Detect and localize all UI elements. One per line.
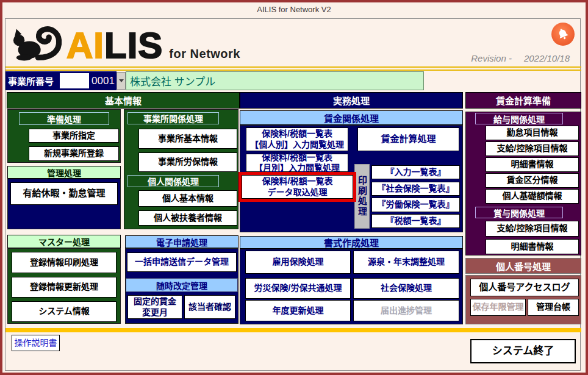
button-attendance-item-info[interactable]: 勤怠項目情報 xyxy=(486,126,579,140)
main-panel: AILIS for Network Revision - 2022/10/18 … xyxy=(5,18,581,371)
button-personal-dependent-info[interactable]: 個人被扶養者情報 xyxy=(138,210,237,226)
form-creation-header: 書式作成処理 xyxy=(240,236,463,249)
notification-bell-button[interactable] xyxy=(551,23,575,46)
button-employment-insurance[interactable]: 雇用保険処理 xyxy=(245,251,351,274)
application-window: AILIS for Network V2 AILIS for Network R… xyxy=(0,0,588,375)
master-header: マスター処理 xyxy=(7,235,121,248)
button-mynumber-access-log[interactable]: 個人番号アクセスログ xyxy=(470,279,579,296)
button-office-basic-info[interactable]: 事業所基本情報 xyxy=(138,129,237,149)
mynumber-header: 個人番号処理 xyxy=(465,258,581,274)
button-registered-info-print[interactable]: 登録情報印刷処理 xyxy=(12,252,117,273)
section-header-practice: 実務処理 xyxy=(240,92,463,109)
button-social-insurance[interactable]: 社会保険処理 xyxy=(353,278,459,299)
button-operation-manual[interactable]: 操作説明書 xyxy=(12,335,60,351)
logo: AILIS for Network xyxy=(9,20,240,65)
button-insurance-tax-list-personal[interactable]: 保険料/税額一覧表 【個人別】入力閲覧処理 xyxy=(246,127,348,151)
prep-group-label: 準備処理 xyxy=(19,112,109,125)
company-name-field: 株式会社 サンプル xyxy=(126,71,424,90)
window-title: AILIS for Network V2 xyxy=(2,5,586,14)
logo-suffix: for Network xyxy=(169,47,240,61)
highlight-box xyxy=(238,172,356,202)
button-insurance-tax-list-monthly[interactable]: 保険料/税額一覧表 【月別】入力閲覧処理 xyxy=(246,154,348,172)
office-number-value: 0001 xyxy=(90,71,116,90)
button-payment-deduction-item-info[interactable]: 支給/控除項目情報 xyxy=(486,141,579,156)
button-notification-progress-disabled: 届出進捗管理 xyxy=(353,300,459,321)
section-header-basic: 基本情報 xyxy=(7,92,240,109)
button-office-labor-insurance-info[interactable]: 事業所労保情報 xyxy=(138,152,237,172)
header-divider xyxy=(5,66,581,71)
wage-relations-header: 賃金関係処理 xyxy=(240,110,463,125)
footer-divider xyxy=(5,328,581,332)
button-fixed-wage-change-month[interactable]: 固定的賃金 変更月 xyxy=(127,295,182,319)
button-print-input-list[interactable]: 『入力一覧表』 xyxy=(371,165,460,179)
bell-icon xyxy=(554,26,572,43)
button-personal-basic-info[interactable]: 個人基本情報 xyxy=(138,190,237,207)
button-annual-renewal[interactable]: 年度更新処理 xyxy=(245,300,351,321)
logo-ai-text: AI xyxy=(66,25,104,66)
button-office-select[interactable]: 事業所指定 xyxy=(29,129,119,143)
button-bonus-statement-info[interactable]: 明細書情報 xyxy=(486,239,579,254)
button-print-labor-insurance-list[interactable]: 『労働保険一覧表』 xyxy=(371,198,460,212)
office-relations-label: 事業所関係処理 xyxy=(127,112,219,124)
revision-label: Revision - xyxy=(471,53,512,63)
button-paid-leave-attendance[interactable]: 有給休暇・勤怠管理 xyxy=(10,182,118,205)
print-processing-label: 印刷処理 xyxy=(354,164,370,229)
bonus-group-label: 賞与関係処理 xyxy=(475,207,563,218)
button-workers-accident-labor-common[interactable]: 労災保険/労保共通処理 xyxy=(245,278,351,299)
button-registered-info-update[interactable]: 登録情報更新処理 xyxy=(12,277,117,298)
logo-lis-text: LIS xyxy=(104,25,163,66)
chevron-down-icon xyxy=(119,79,124,82)
button-system-exit[interactable]: システム終了 xyxy=(470,339,576,363)
button-wage-calculation[interactable]: 賃金計算処理 xyxy=(357,127,459,151)
button-print-tax-list[interactable]: 『税額一覧表』 xyxy=(371,214,460,228)
section-header-wage-prep: 賃金計算準備 xyxy=(465,92,581,109)
eapp-header: 電子申請処理 xyxy=(125,235,238,248)
button-batch-application-data[interactable]: 一括申請送信データ管理 xyxy=(127,252,237,272)
office-number-input[interactable] xyxy=(60,73,89,88)
button-wage-classification-info[interactable]: 賃金区分情報 xyxy=(486,173,579,188)
office-number-label: 事業所番号 xyxy=(5,74,54,87)
salary-group-label: 給与関係処理 xyxy=(475,113,563,124)
personal-relations-label: 個人関係処理 xyxy=(127,175,219,187)
logo-wordmark: AILIS xyxy=(66,26,163,65)
revision-date: 2022/10/18 xyxy=(524,53,570,63)
button-bonus-payment-deduction-item-info[interactable]: 支給/控除項目情報 xyxy=(486,221,579,237)
button-statement-info[interactable]: 明細書情報 xyxy=(486,157,579,172)
revision-info: Revision - 2022/10/18 xyxy=(471,53,570,63)
button-print-social-insurance-list[interactable]: 『社会保険一覧表』 xyxy=(371,182,460,196)
squirrel-icon xyxy=(9,24,65,63)
button-applicable-person-check[interactable]: 該当者確認 xyxy=(184,295,235,319)
button-personal-base-amount-info[interactable]: 個人基礎額情報 xyxy=(486,189,579,204)
zuiji-header: 随時改定管理 xyxy=(126,278,238,292)
office-number-dropdown[interactable] xyxy=(117,72,126,90)
button-retention-period-disabled: 保存年限管理 xyxy=(470,299,526,316)
button-new-office-register[interactable]: 新規事業所登録 xyxy=(29,146,119,161)
button-management-ledger[interactable]: 管理台帳 xyxy=(528,299,579,316)
button-withholding-yearend-adjustment[interactable]: 源泉・年末調整処理 xyxy=(353,251,459,274)
mgmt-header: 管理処理 xyxy=(7,166,121,179)
button-system-info[interactable]: システム情報 xyxy=(12,301,117,322)
